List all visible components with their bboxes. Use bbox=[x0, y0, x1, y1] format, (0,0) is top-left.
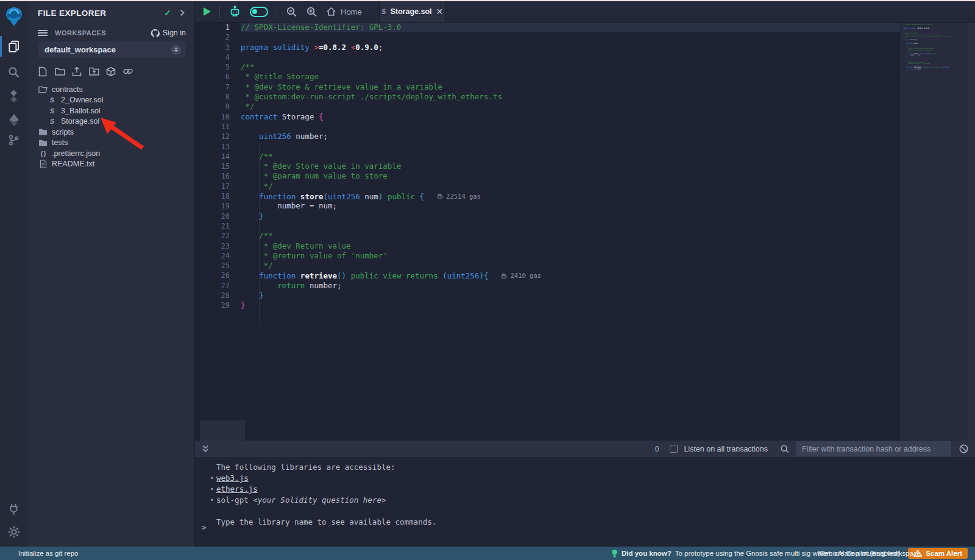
sidebar-item-plugin-manager[interactable] bbox=[0, 497, 27, 520]
link-icon[interactable] bbox=[122, 65, 134, 78]
upload-folder-icon[interactable] bbox=[88, 65, 100, 78]
tip-text: To prototype using the Gnosis safe multi… bbox=[675, 550, 923, 557]
code-line-1[interactable]: 1// SPDX-License-Identifier: GPL-3.0 bbox=[195, 23, 975, 32]
line-number: 22 bbox=[195, 231, 230, 241]
code-text: } bbox=[241, 300, 900, 310]
sign-in-button[interactable]: Sign in bbox=[151, 29, 186, 38]
copilot-toggle[interactable] bbox=[250, 7, 268, 17]
editor-scrollbar[interactable] bbox=[968, 23, 975, 441]
upload-file-icon[interactable] bbox=[71, 65, 83, 78]
terminal-output[interactable]: The following libraries are accessible:•… bbox=[195, 457, 975, 547]
terminal-text: sol-gpt bbox=[216, 495, 253, 505]
code-line-10[interactable]: 10contract Storage { bbox=[195, 112, 975, 122]
code-editor[interactable]: 1// SPDX-License-Identifier: GPL-3.023pr… bbox=[195, 23, 975, 441]
panel-title: FILE EXPLORER bbox=[38, 9, 164, 18]
file-explorer-panel: FILE EXPLORER ✓ WORKSPACES Sign in defau… bbox=[27, 1, 195, 547]
transaction-filter-input[interactable] bbox=[796, 441, 951, 456]
code-line-15[interactable]: 15 * @dev Store value in variable bbox=[195, 161, 975, 171]
clear-filter-icon[interactable] bbox=[959, 444, 969, 454]
line-number: 8 bbox=[195, 92, 230, 102]
tree-item-tests[interactable]: tests bbox=[27, 138, 194, 149]
tree-item-2-owner-sol[interactable]: S2_Owner.sol bbox=[27, 95, 194, 106]
line-number: 14 bbox=[195, 152, 230, 161]
code-line-2[interactable]: 2 bbox=[195, 32, 975, 42]
zoom-in-icon[interactable] bbox=[306, 6, 317, 18]
sidebar-item-file-explorer[interactable] bbox=[0, 35, 27, 58]
code-text bbox=[241, 142, 900, 152]
remix-logo[interactable] bbox=[0, 4, 27, 30]
file-tree: contractsS2_Owner.solS3_Ballot.solSStora… bbox=[27, 84, 194, 169]
code-line-23[interactable]: 23 * @dev Return value bbox=[195, 241, 975, 251]
tree-item-scripts[interactable]: scripts bbox=[27, 127, 194, 138]
code-line-21[interactable]: 21 bbox=[195, 221, 975, 231]
terminal-collapse-icon[interactable] bbox=[201, 444, 210, 453]
cube-icon[interactable] bbox=[105, 65, 117, 78]
panel-chevron-right-icon[interactable] bbox=[179, 9, 186, 17]
code-line-28[interactable]: 28 } bbox=[195, 291, 975, 300]
tree-item--prettierrc-json[interactable]: { }.prettierrc.json bbox=[27, 148, 194, 159]
code-line-16[interactable]: 16 * @param num value to store bbox=[195, 171, 975, 181]
workspace-select[interactable]: default_workspace bbox=[38, 41, 186, 58]
code-line-8[interactable]: 8 * @custom:dev-run-script ./scripts/dep… bbox=[195, 92, 975, 102]
code-line-22[interactable]: 22 /** bbox=[195, 231, 975, 241]
code-line-5[interactable]: 5/** bbox=[195, 62, 975, 72]
code-line-4[interactable]: 4 bbox=[195, 52, 975, 62]
gas-estimate-badge: 22514 gas bbox=[438, 191, 481, 201]
ai-copilot-icon[interactable] bbox=[229, 5, 241, 18]
code-line-6[interactable]: 6 * @title Storage bbox=[195, 72, 975, 82]
terminal-link[interactable]: web3.js bbox=[216, 473, 249, 483]
code-line-14[interactable]: 14 /** bbox=[195, 152, 975, 161]
home-button[interactable]: Home bbox=[326, 7, 362, 16]
line-number: 29 bbox=[195, 300, 230, 310]
activity-bar bbox=[0, 1, 27, 547]
code-line-13[interactable]: 13 bbox=[195, 142, 975, 152]
sidebar-item-search[interactable] bbox=[0, 60, 27, 83]
tree-item-storage-sol[interactable]: SStorage.sol bbox=[27, 116, 194, 127]
tree-item-readme-txt[interactable]: README.txt bbox=[27, 159, 194, 170]
code-line-7[interactable]: 7 * @dev Store & retrieve value in a var… bbox=[195, 82, 975, 92]
code-line-26[interactable]: 26 function retrieve() public view retur… bbox=[195, 271, 975, 280]
line-number: 24 bbox=[195, 251, 230, 261]
code-line-19[interactable]: 19 number = num; bbox=[195, 201, 975, 211]
code-line-11[interactable]: 11 bbox=[195, 122, 975, 132]
sidebar-item-git[interactable] bbox=[0, 129, 27, 152]
code-line-12[interactable]: 12 uint256 number; bbox=[195, 132, 975, 141]
code-line-29[interactable]: 29} bbox=[195, 300, 975, 310]
code-line-25[interactable]: 25 */ bbox=[195, 261, 975, 271]
workspaces-menu-icon[interactable] bbox=[38, 30, 48, 36]
new-file-icon[interactable] bbox=[37, 65, 49, 78]
init-git-repo-button[interactable]: Initialize as git repo bbox=[0, 550, 78, 557]
terminal-text: <your Solidity question here> bbox=[253, 495, 386, 505]
tree-item-3-ballot-sol[interactable]: S3_Ballot.sol bbox=[27, 105, 194, 116]
line-number: 25 bbox=[195, 261, 230, 271]
code-line-27[interactable]: 27 return number; bbox=[195, 281, 975, 291]
tree-item-label: Storage.sol bbox=[61, 117, 99, 126]
terminal-link[interactable]: ethers.js bbox=[216, 484, 258, 494]
git-branch-icon bbox=[8, 133, 20, 147]
terminal-prompt[interactable]: > bbox=[202, 523, 207, 532]
sidebar-item-solidity-compiler[interactable] bbox=[0, 85, 27, 108]
run-script-button[interactable] bbox=[204, 7, 211, 16]
minimap-line: } bbox=[902, 72, 968, 74]
listen-transactions-label[interactable]: Listen on all transactions bbox=[684, 445, 768, 453]
tree-item-contracts[interactable]: contracts bbox=[27, 84, 194, 95]
file-explorer-toolbar bbox=[37, 65, 134, 78]
code-line-17[interactable]: 17 */ bbox=[195, 182, 975, 191]
gas-estimate-badge: 2410 gas bbox=[502, 271, 541, 280]
sidebar-item-settings[interactable] bbox=[0, 520, 27, 544]
code-line-24[interactable]: 24 * @return value of 'number' bbox=[195, 251, 975, 261]
code-line-9[interactable]: 9 */ bbox=[195, 102, 975, 112]
tab-storage-sol[interactable]: S Storage.sol ✕ bbox=[379, 1, 446, 22]
code-text bbox=[241, 52, 900, 62]
tab-close-icon[interactable]: ✕ bbox=[436, 7, 444, 16]
minimap[interactable]: // SPDX-License-Identifier: GPL-3.0pragm… bbox=[900, 23, 968, 441]
code-line-3[interactable]: 3pragma solidity >=0.8.2 <0.9.0; bbox=[195, 43, 975, 52]
code-text: // SPDX-License-Identifier: GPL-3.0 bbox=[241, 23, 900, 32]
code-text: return number; bbox=[241, 281, 900, 291]
code-line-20[interactable]: 20 } bbox=[195, 211, 975, 221]
code-line-18[interactable]: 18 function store(uint256 num) public {2… bbox=[195, 191, 975, 201]
listen-transactions-checkbox[interactable] bbox=[670, 445, 678, 453]
zoom-out-icon[interactable] bbox=[286, 6, 297, 18]
code-text: /** bbox=[241, 62, 900, 72]
new-folder-icon[interactable] bbox=[54, 65, 66, 78]
